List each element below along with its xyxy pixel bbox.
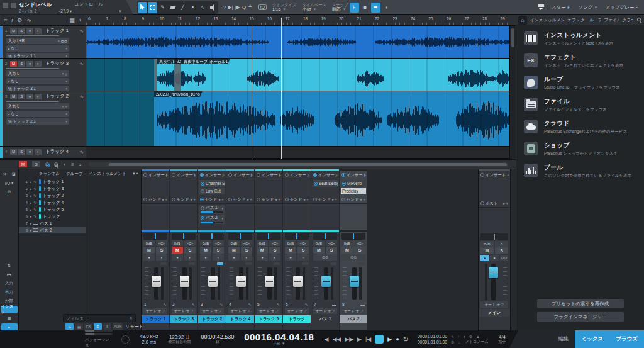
power-icon[interactable]: [341, 198, 345, 201]
channel-list-row[interactable]: 2●∿トラック 3: [19, 185, 86, 192]
master-mute-button[interactable]: M: [19, 161, 27, 167]
song-page-link[interactable]: ソング ▼: [578, 4, 597, 11]
take-select[interactable]: %トラック 2.1▾: [6, 118, 69, 125]
record-button[interactable]: ●: [396, 336, 399, 342]
rebuild-preset-index-button[interactable]: プリセットの索引を再作成: [537, 299, 624, 308]
inputs-button[interactable]: 入力: [1, 279, 18, 287]
power-icon[interactable]: [201, 189, 204, 193]
browser-item[interactable]: ファイルファイルとフォルダーをブラウズ: [524, 98, 644, 113]
insert-section-header[interactable]: インサート+: [311, 171, 339, 179]
add-send-icon[interactable]: ▾ +: [331, 198, 337, 202]
pan-slider[interactable]: [285, 233, 309, 240]
solo-button[interactable]: S: [156, 247, 167, 254]
track-monitor-button[interactable]: ◐: [35, 28, 42, 34]
fader-handle[interactable]: [152, 276, 161, 287]
mixer-strip[interactable]: インサート+センド▾ +0dB<C>MS●◐6∿オート:オフトラック: [283, 169, 311, 331]
mixer-strip[interactable]: インサート+センド▾ +0dB<C>MS●◐1∿オート:オフトラック 1: [142, 169, 169, 331]
master-solo-button[interactable]: S: [32, 161, 40, 167]
insert-slot[interactable]: Predelay: [341, 188, 366, 194]
stereo-toggle-icon[interactable]: ⊙⊙: [313, 254, 337, 261]
power-icon[interactable]: [228, 173, 232, 177]
solo-button[interactable]: S: [213, 247, 224, 254]
solo-button[interactable]: S: [354, 247, 365, 254]
play-button[interactable]: ▶: [387, 336, 392, 342]
range-tool-button[interactable]: [148, 2, 157, 13]
io-button[interactable]: I/O ▾: [1, 179, 18, 187]
channel-name-label[interactable]: トラック 3: [170, 315, 197, 323]
channel-list-row[interactable]: 8●バス 2: [19, 227, 86, 233]
forward-button[interactable]: ▶▶: [345, 336, 353, 342]
gain-value[interactable]: 0dB: [313, 240, 325, 246]
instruments-button[interactable]: インスト: [1, 306, 18, 313]
track-record-button[interactable]: ●: [26, 61, 33, 67]
add-track-button[interactable]: +: [79, 17, 82, 23]
channel-list-row[interactable]: 4●∿トラック 4: [19, 199, 86, 206]
pan-slider[interactable]: [228, 233, 252, 240]
channel-fader[interactable]: [170, 266, 197, 301]
param-display-panel[interactable]: センドレベル 2 - バス 2 -27.9 ▾ コントロール ▼: [0, 0, 133, 15]
power-icon[interactable]: [200, 173, 204, 177]
power-icon[interactable]: [313, 198, 317, 201]
monitor-button[interactable]: ◐: [269, 254, 280, 261]
pan-slider[interactable]: [341, 233, 365, 240]
talkback-icon[interactable]: ●: [490, 255, 498, 261]
add-send-icon[interactable]: ▾ +: [190, 198, 196, 202]
paint-tool-button[interactable]: ╱: [178, 2, 187, 13]
aux-filter-icon[interactable]: AUX: [113, 323, 123, 330]
fader-handle[interactable]: [208, 276, 218, 287]
channel-fader[interactable]: [226, 266, 254, 301]
input-select[interactable]: 入力 L▾○: [6, 70, 69, 77]
power-icon[interactable]: [285, 173, 289, 177]
monitor-button[interactable]: ◐: [184, 254, 196, 261]
add-send-icon[interactable]: ▾ +: [162, 198, 167, 202]
fader-handle[interactable]: [350, 276, 359, 287]
crosshair-icon[interactable]: ＋: [382, 3, 391, 13]
remote-button[interactable]: リモート: [124, 323, 145, 330]
vertical-scrollbar[interactable]: [509, 26, 516, 159]
timebase-dropdown[interactable]: タイムベース 小節▾: [302, 3, 326, 12]
monitor-button[interactable]: ◐: [213, 254, 224, 261]
channel-name-label[interactable]: メイン: [479, 309, 510, 317]
channel-fader[interactable]: [311, 266, 339, 301]
channel-name-label[interactable]: トラック 1: [142, 315, 169, 323]
start-page-link[interactable]: スタート: [552, 4, 571, 11]
filter-input[interactable]: フィルター✕: [63, 314, 136, 322]
automation-wave-icon[interactable]: ∿: [79, 28, 84, 34]
preset-select[interactable]: ▪なし▾: [6, 45, 69, 52]
track-solo-button[interactable]: S: [18, 94, 25, 99]
plugin-manager-button[interactable]: プラグインマネージャー: [537, 312, 624, 322]
monitor-button[interactable]: ◐: [241, 254, 252, 261]
pan-value[interactable]: <C>: [297, 240, 309, 246]
power-icon[interactable]: [314, 182, 318, 186]
instrument-column-header[interactable]: インストゥルメント: [89, 171, 126, 177]
channel-fader[interactable]: [142, 266, 169, 301]
power-icon[interactable]: [201, 216, 204, 220]
snap-dropdown[interactable]: スナップ 順応▾: [332, 3, 348, 12]
input-select[interactable]: 入力 L+R▾⊙⊙: [6, 38, 69, 44]
pan-slider[interactable]: [313, 233, 337, 240]
mute-button[interactable]: M: [480, 247, 494, 254]
solo-button[interactable]: S: [297, 247, 309, 254]
power-icon[interactable]: [172, 173, 175, 177]
power-icon[interactable]: [257, 173, 260, 177]
power-icon[interactable]: [201, 182, 204, 186]
mono-button[interactable]: ▲: [480, 255, 489, 261]
send-section-header[interactable]: センド▾ +: [198, 196, 226, 204]
control-dropdown-icon[interactable]: ▼: [118, 9, 122, 13]
autoscroll-icon[interactable]: ▶|: [228, 4, 233, 10]
channel-list-row[interactable]: 7●バス 1: [19, 220, 86, 227]
track-solo-button[interactable]: S: [18, 28, 25, 34]
stereo-toggle-icon[interactable]: ⊙⊙: [341, 254, 365, 261]
browser-item[interactable]: ショップPreSonus ショップからアドオンを入手: [524, 142, 644, 157]
automation-mode-button[interactable]: オート:オフ: [257, 308, 280, 314]
gain-value[interactable]: 0dB: [172, 240, 183, 246]
send-section-header[interactable]: センド▾ +: [255, 196, 282, 204]
track-solo-button[interactable]: S: [18, 61, 25, 67]
mute-button[interactable]: M: [228, 247, 240, 254]
automation-wave-icon[interactable]: ∿: [79, 94, 84, 99]
send-slot[interactable]: バス 1▾: [199, 205, 225, 214]
fader-handle[interactable]: [265, 276, 274, 287]
mute-button[interactable]: M: [143, 247, 155, 254]
pencil-tool-button[interactable]: ✎: [158, 2, 167, 13]
pan-slider[interactable]: [172, 233, 196, 240]
